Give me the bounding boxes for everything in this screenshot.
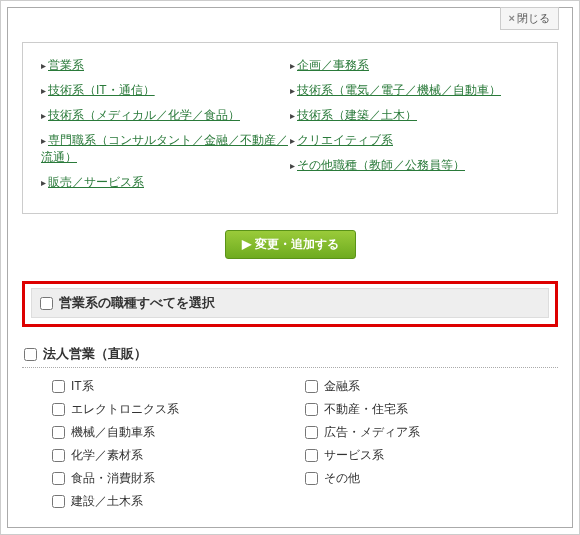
action-row-top: ▶変更・追加する: [22, 230, 558, 259]
category-link[interactable]: 営業系: [48, 58, 84, 72]
category-link[interactable]: 技術系（IT・通信）: [48, 83, 155, 97]
bullet-icon: ▸: [41, 85, 46, 96]
bullet-icon: ▸: [41, 135, 46, 146]
bullet-icon: ▸: [290, 60, 295, 71]
option-label: その他: [324, 470, 360, 487]
category-item: ▸技術系（メディカル／化学／食品）: [41, 107, 290, 124]
category-item: ▸その他職種（教師／公務員等）: [290, 157, 539, 174]
highlight-section: 営業系の職種すべてを選択: [22, 281, 558, 327]
option-label: エレクトロニクス系: [71, 401, 179, 418]
option-checkbox[interactable]: [52, 449, 65, 462]
category-link[interactable]: 技術系（電気／電子／機械／自動車）: [297, 83, 501, 97]
bullet-icon: ▸: [41, 110, 46, 121]
option-checkbox[interactable]: [52, 472, 65, 485]
apply-button-top[interactable]: ▶変更・追加する: [225, 230, 356, 259]
bullet-icon: ▸: [290, 160, 295, 171]
bullet-icon: ▸: [290, 135, 295, 146]
group1-options: IT系 エレクトロニクス系 機械／自動車系 化学／素材系 食品・消費財系 建設／…: [22, 378, 558, 528]
select-all-section: 営業系の職種すべてを選択: [31, 288, 549, 318]
category-item: ▸営業系: [41, 57, 290, 74]
category-item: ▸技術系（電気／電子／機械／自動車）: [290, 82, 539, 99]
option-checkbox[interactable]: [52, 380, 65, 393]
category-link[interactable]: 専門職系（コンサルタント／金融／不動産／流通）: [41, 133, 288, 164]
category-item: ▸技術系（建築／土木）: [290, 107, 539, 124]
category-link[interactable]: 企画／事務系: [297, 58, 369, 72]
option-checkbox[interactable]: [305, 380, 318, 393]
category-item: ▸技術系（IT・通信）: [41, 82, 290, 99]
category-item: ▸企画／事務系: [290, 57, 539, 74]
option-label: 化学／素材系: [71, 447, 143, 464]
option-label: 広告・メディア系: [324, 424, 420, 441]
option-checkbox[interactable]: [305, 426, 318, 439]
bullet-icon: ▸: [290, 85, 295, 96]
category-box: ▸営業系 ▸技術系（IT・通信） ▸技術系（メディカル／化学／食品） ▸専門職系…: [22, 42, 558, 214]
option-label: 金融系: [324, 378, 360, 395]
category-col-left: ▸営業系 ▸技術系（IT・通信） ▸技術系（メディカル／化学／食品） ▸専門職系…: [41, 57, 290, 199]
option-checkbox[interactable]: [305, 403, 318, 416]
select-all-label: 営業系の職種すべてを選択: [59, 294, 215, 312]
option-checkbox[interactable]: [305, 472, 318, 485]
option-checkbox[interactable]: [52, 403, 65, 416]
option-checkbox[interactable]: [52, 495, 65, 508]
scroll-area[interactable]: ▸営業系 ▸技術系（IT・通信） ▸技術系（メディカル／化学／食品） ▸専門職系…: [7, 7, 573, 528]
category-col-right: ▸企画／事務系 ▸技術系（電気／電子／機械／自動車） ▸技術系（建築／土木） ▸…: [290, 57, 539, 199]
option-label: 不動産・住宅系: [324, 401, 408, 418]
option-label: IT系: [71, 378, 94, 395]
option-label: 食品・消費財系: [71, 470, 155, 487]
close-label: 閉じる: [517, 12, 550, 24]
select-all-checkbox[interactable]: [40, 297, 53, 310]
option-checkbox[interactable]: [52, 426, 65, 439]
option-label: 機械／自動車系: [71, 424, 155, 441]
option-label: サービス系: [324, 447, 384, 464]
group1-title: 法人営業（直販）: [43, 345, 147, 363]
category-link[interactable]: その他職種（教師／公務員等）: [297, 158, 465, 172]
apply-label: 変更・追加する: [255, 237, 339, 251]
close-icon: ×: [509, 12, 515, 24]
bullet-icon: ▸: [41, 60, 46, 71]
bullet-icon: ▸: [290, 110, 295, 121]
arrow-icon: ▶: [242, 237, 251, 251]
option-label: 建設／土木系: [71, 493, 143, 510]
close-button[interactable]: ×閉じる: [500, 7, 559, 30]
group-header-1: 法人営業（直販）: [22, 341, 558, 368]
category-item: ▸クリエイティブ系: [290, 132, 539, 149]
category-item: ▸販売／サービス系: [41, 174, 290, 191]
category-link[interactable]: 技術系（メディカル／化学／食品）: [48, 108, 240, 122]
category-link[interactable]: 販売／サービス系: [48, 175, 144, 189]
category-link[interactable]: 技術系（建築／土木）: [297, 108, 417, 122]
dialog-container: ×閉じる ▸営業系 ▸技術系（IT・通信） ▸技術系（メディカル／化学／食品） …: [0, 0, 580, 535]
option-checkbox[interactable]: [305, 449, 318, 462]
category-link[interactable]: クリエイティブ系: [297, 133, 393, 147]
group1-checkbox[interactable]: [24, 348, 37, 361]
bullet-icon: ▸: [41, 177, 46, 188]
category-item: ▸専門職系（コンサルタント／金融／不動産／流通）: [41, 132, 290, 166]
